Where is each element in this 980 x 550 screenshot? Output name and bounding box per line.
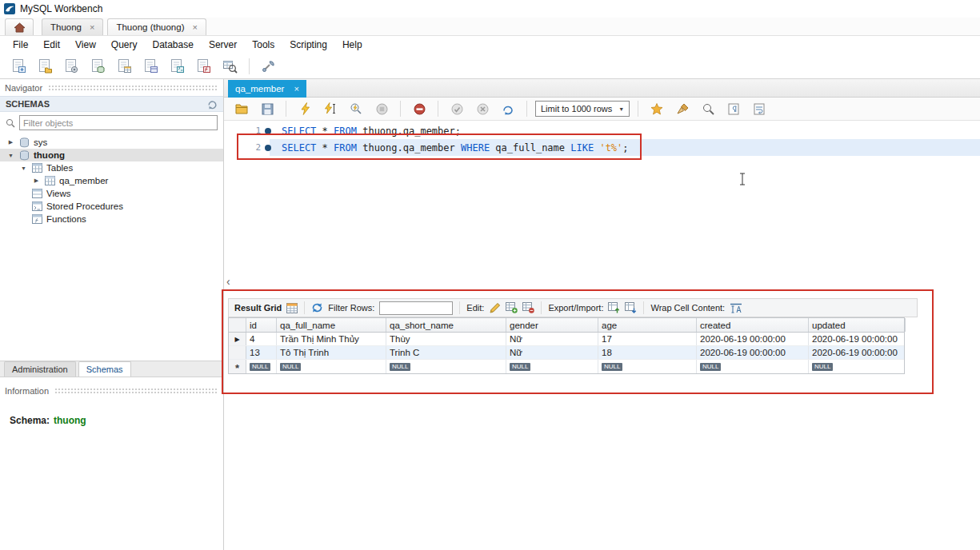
cell-age[interactable]: 17 [598,333,697,345]
cell-updated[interactable]: 2020-06-19 00:00:00 [809,346,906,359]
insert-row-icon[interactable] [506,302,518,313]
menu-file[interactable]: File [6,37,36,53]
filter-rows-input[interactable] [379,301,453,315]
cell-created[interactable]: NULL [697,360,809,373]
col-header-qa-full-name[interactable]: qa_full_name [277,318,386,332]
col-header-id[interactable]: id [246,318,277,332]
new-sql-tab-button[interactable] [8,56,29,76]
expand-icon[interactable]: ▶ [32,177,41,184]
col-header-created[interactable]: created [697,318,809,332]
cell-qa-short-name[interactable]: NULL [386,360,506,373]
cell-age[interactable]: 18 [598,346,697,359]
tree-item-stored-procedures[interactable]: Stored Procedures [0,200,223,213]
close-icon[interactable]: × [294,84,298,94]
execute-button[interactable] [294,99,315,119]
tree-item-sys[interactable]: ▶ sys [0,136,223,149]
rollback-button[interactable] [472,99,493,119]
create-procedure-button[interactable] [166,56,187,76]
tree-item-qa-member[interactable]: ▶ qa_member [0,174,223,187]
sql-line-1[interactable]: 1 SELECT * FROM thuong.qa_member; [224,122,980,139]
create-schema-button[interactable] [87,56,108,76]
tab-administration[interactable]: Administration [4,361,76,377]
edit-record-icon[interactable] [489,302,501,314]
cell-id[interactable]: NULL [246,360,277,373]
utility-button[interactable] [258,56,279,76]
save-script-button[interactable] [257,99,278,119]
menu-scripting[interactable]: Scripting [282,37,335,53]
search-table-data-button[interactable] [219,56,240,76]
cell-qa-full-name[interactable]: Trần Thị Minh Thủy [277,333,386,345]
inspector-button[interactable] [61,56,82,76]
col-header-selector[interactable] [229,318,246,332]
cell-qa-short-name[interactable]: Thùy [386,333,506,345]
create-view-button[interactable] [140,56,161,76]
invisible-chars-toggle[interactable] [723,99,744,119]
execute-current-button[interactable] [320,99,341,119]
tree-item-thuong[interactable]: ▼ thuong [0,149,223,161]
tree-item-tables[interactable]: ▼ Tables [0,161,223,174]
open-sql-script-button[interactable] [34,56,55,76]
panel-collapse-arrow[interactable]: ‹ [226,277,230,286]
sql-line-2[interactable]: 2 SELECT * FROM thuong.qa_member WHERE q… [224,139,980,156]
clean-button[interactable] [672,99,693,119]
cell-qa-full-name[interactable]: NULL [277,360,386,373]
create-table-button[interactable] [114,56,134,76]
find-button[interactable] [698,99,718,119]
beautify-button[interactable] [646,99,667,119]
cell-gender[interactable]: NULL [506,360,598,373]
sql-code-editor[interactable]: 1 SELECT * FROM thuong.qa_member; 2 SELE… [224,121,980,281]
import-records-icon[interactable] [625,302,637,313]
delete-row-icon[interactable] [522,302,534,313]
close-icon[interactable]: × [193,22,198,32]
row-selector[interactable]: ▶ [229,333,246,345]
cell-gender[interactable]: Nữ [506,333,598,345]
cell-created[interactable]: 2020-06-19 00:00:00 [697,346,809,359]
result-grid-icon[interactable] [286,303,298,313]
col-header-age[interactable]: age [598,318,697,332]
explain-button[interactable] [346,99,366,119]
menu-help[interactable]: Help [335,37,370,53]
menu-query[interactable]: Query [104,37,146,53]
filter-objects-input[interactable] [19,115,218,130]
wrap-text-toggle[interactable] [749,99,770,119]
doc-tab-thuong-thuong[interactable]: Thuong (thuong) × [107,18,206,35]
close-icon[interactable]: × [90,22,94,32]
autocommit-toggle[interactable] [498,99,518,119]
cell-qa-short-name[interactable]: Trinh C [386,346,506,359]
refresh-schemas-icon[interactable] [207,99,218,110]
menu-database[interactable]: Database [146,37,202,53]
tree-item-functions[interactable]: Functions [0,213,223,225]
cell-age[interactable]: NULL [598,360,697,373]
cell-gender[interactable]: Nữ [506,346,598,359]
col-header-updated[interactable]: updated [809,318,906,332]
menu-edit[interactable]: Edit [36,37,68,53]
menu-view[interactable]: View [68,37,104,53]
collapse-icon[interactable]: ▼ [6,153,15,158]
stop-button[interactable] [371,99,392,119]
limit-rows-dropdown[interactable]: Limit to 1000 rows ▼ [535,101,630,117]
expand-icon[interactable]: ▶ [6,139,15,145]
tab-schemas[interactable]: Schemas [78,361,131,377]
cell-updated[interactable]: 2020-06-19 00:00:00 [809,333,906,345]
home-tab[interactable] [5,18,34,35]
create-function-button[interactable] [193,56,214,76]
collapse-icon[interactable]: ▼ [19,165,28,171]
refresh-results-icon[interactable] [311,302,323,313]
cell-id[interactable]: 4 [246,333,277,345]
cell-created[interactable]: 2020-06-19 00:00:00 [697,333,809,345]
menu-tools[interactable]: Tools [245,37,282,53]
row-selector[interactable]: * [229,360,246,373]
doc-tab-thuong[interactable]: Thuong × [42,18,103,35]
col-header-gender[interactable]: gender [506,318,598,332]
commit-button[interactable] [446,99,467,119]
query-tab-qa-member[interactable]: qa_member × [228,80,306,98]
wrap-cell-content-icon[interactable] [730,303,742,313]
menu-server[interactable]: Server [202,37,245,53]
col-header-qa-short-name[interactable]: qa_short_name [386,318,506,332]
tree-item-views[interactable]: Views [0,187,223,200]
cell-id[interactable]: 13 [246,346,277,359]
stop-on-error-toggle[interactable] [409,99,430,119]
cell-updated[interactable]: NULL [809,360,906,373]
open-script-button[interactable] [231,99,252,119]
row-selector[interactable] [229,346,246,359]
